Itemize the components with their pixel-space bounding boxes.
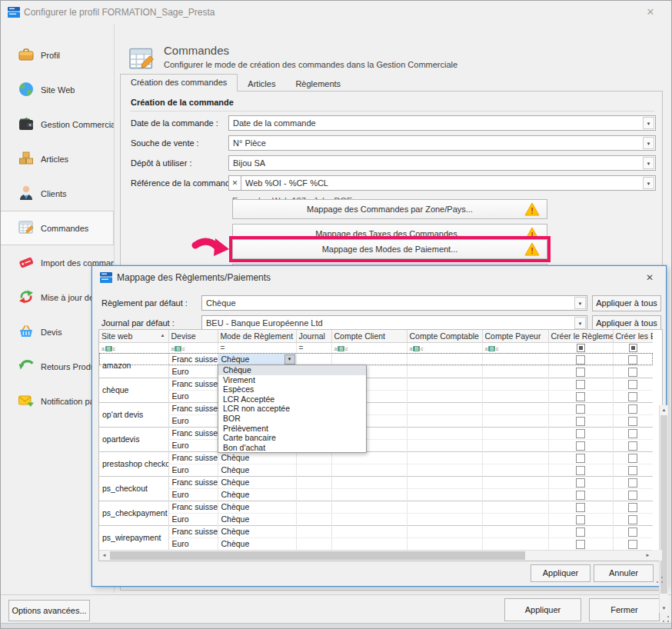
sidebar-item-clients[interactable]: Clients [1,176,114,211]
date-commande-select[interactable]: Date de la commande ▼ [228,115,656,131]
chevron-down-icon[interactable]: ▼ [643,137,654,149]
creer-echeances-checkbox[interactable] [628,466,637,475]
tab-creation-des-commandes[interactable]: Création des commandes [120,74,238,92]
creer-echeances-checkbox[interactable] [628,454,637,463]
creer-echeances-checkbox[interactable] [628,404,637,414]
reglement-defaut-select[interactable]: Chèque ▼ [201,295,587,311]
dialog-resize-grip[interactable] [656,576,664,584]
tab-reglements[interactable]: Règlements [285,76,351,92]
compte-comptable-cell[interactable] [407,488,482,501]
dropdown-item[interactable]: Virement [218,375,366,385]
dropdown-item[interactable]: BOR [218,414,366,424]
creer-reglement-checkbox[interactable] [576,380,585,389]
compte-client-cell[interactable] [331,488,407,501]
mode-cell-editor[interactable]: Chèque▼ [218,353,296,365]
col-journal[interactable]: Journal [296,330,331,342]
resize-grip[interactable] [662,615,670,623]
souche-vente-select[interactable]: N° Pièce ▼ [228,135,656,151]
dropdown-item[interactable]: LCR non acceptée [218,404,366,414]
creer-reglement-checkbox[interactable] [576,417,585,426]
compte-client-cell[interactable] [331,501,407,513]
compte-comptable-cell[interactable] [407,525,482,537]
creer-echeances-checkbox[interactable] [628,429,637,438]
compte-payeur-cell[interactable] [482,513,548,525]
creer-echeances-checkbox[interactable] [628,392,637,401]
compte-client-cell[interactable] [331,525,407,537]
mode-cell[interactable]: Chèque [218,537,296,550]
creer-reglement-checkbox[interactable] [576,454,585,463]
apply-button[interactable]: Appliquer [504,598,581,621]
compte-payeur-cell[interactable] [482,537,548,550]
mode-cell[interactable]: Chèque [218,476,296,488]
creer-reglement-checkbox[interactable] [576,429,585,438]
compte-client-cell[interactable] [331,476,407,488]
filter-mode[interactable]: = [218,342,296,353]
compte-client-cell[interactable] [331,464,407,476]
mapping-zones-button[interactable]: Mappage des Commandes par Zone/Pays... ! [232,199,547,219]
compte-comptable-cell[interactable] [407,378,482,390]
dropdown-item[interactable]: LCR Acceptée [218,394,366,404]
dialog-cancel-button[interactable]: Annuler [594,564,654,582]
compte-comptable-cell[interactable] [407,439,482,451]
sidebar-item-profil[interactable]: Profil [1,38,114,72]
dropdown-item[interactable]: Carte bancaire [218,433,366,443]
compte-comptable-cell[interactable] [407,414,482,427]
journal-defaut-select[interactable]: BEU - Banque Européenne Ltd ▼ [201,315,587,331]
chevron-down-icon[interactable]: ▼ [643,157,654,169]
creer-reglement-checkbox[interactable] [576,466,585,475]
filter-creer-echeances[interactable] [613,342,653,353]
journal-cell[interactable] [296,525,331,537]
sidebar-item-articles[interactable]: Articles [1,141,114,176]
compte-payeur-cell[interactable] [482,365,548,378]
mode-cell[interactable]: Chèque [218,513,296,525]
compte-comptable-cell[interactable] [407,464,482,476]
mode-cell[interactable]: Chèque [218,451,296,464]
creer-reglement-checkbox[interactable] [576,368,585,377]
dialog-close-icon[interactable]: ✕ [641,271,658,285]
col-creer-reglement[interactable]: Créer le Règlement [548,330,613,342]
chevron-down-icon[interactable]: ▼ [574,297,586,309]
compte-payeur-cell[interactable] [482,464,548,476]
clear-reference-button[interactable]: ✕ [228,175,241,191]
depot-select[interactable]: Bijou SA ▼ [228,155,656,171]
compte-comptable-cell[interactable] [407,390,482,402]
compte-comptable-cell[interactable] [407,365,482,378]
filter-devise[interactable]: aBc [168,342,218,353]
scrollbar-thumb[interactable] [110,551,525,560]
chevron-down-icon[interactable]: ▼ [643,177,654,189]
compte-payeur-cell[interactable] [482,390,548,402]
compte-client-cell[interactable] [331,353,407,365]
journal-cell[interactable] [296,488,331,501]
tab-articles[interactable]: Articles [238,76,285,92]
compte-comptable-cell[interactable] [407,451,482,464]
dropdown-item[interactable]: Prélèvement [218,424,366,434]
scroll-left-icon[interactable]: ◄ [99,551,109,561]
creer-echeances-checkbox[interactable] [628,441,637,451]
creer-echeances-checkbox[interactable] [628,491,637,500]
journal-cell[interactable] [296,451,331,464]
compte-payeur-cell[interactable] [482,353,548,365]
col-devise[interactable]: Devise [168,330,218,342]
col-compte-comptable[interactable]: Compte Comptable [407,330,482,342]
scroll-up-icon[interactable]: ▲ [660,405,668,414]
sidebar-item-gestion-commerciale[interactable]: Gestion Commerciale [1,107,114,141]
compte-comptable-cell[interactable] [407,476,482,488]
creer-echeances-checkbox[interactable] [628,355,637,364]
apply-all-reglement-button[interactable]: Appliquer à tous [592,295,661,311]
compte-payeur-cell[interactable] [482,402,548,414]
creer-echeances-checkbox[interactable] [628,540,637,549]
compte-payeur-cell[interactable] [482,451,548,464]
journal-cell[interactable] [296,464,331,476]
creer-reglement-checkbox[interactable] [576,404,585,414]
reference-select[interactable]: Web %OI - %CF %CL ▼ [241,175,656,191]
scroll-down-icon[interactable]: ▼ [660,604,668,613]
compte-payeur-cell[interactable] [482,476,548,488]
journal-cell[interactable] [296,476,331,488]
compte-comptable-cell[interactable] [407,501,482,513]
chevron-down-icon[interactable]: ▼ [643,117,654,129]
creer-echeances-checkbox[interactable] [628,417,637,426]
advanced-options-button[interactable]: Options avancées... [8,600,90,621]
sidebar-item-site-web[interactable]: Site Web [1,72,114,107]
creer-reglement-checkbox[interactable] [576,491,585,500]
creer-reglement-checkbox[interactable] [576,441,585,451]
